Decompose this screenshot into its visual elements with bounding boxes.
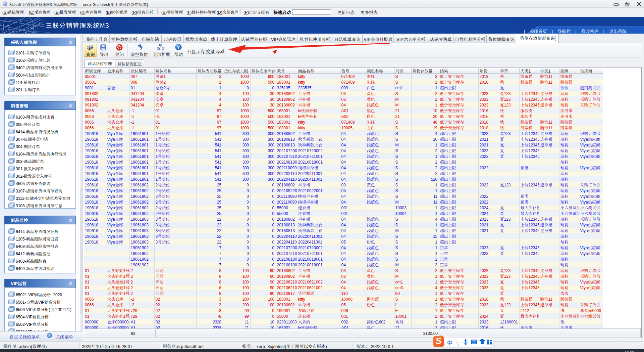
svg-text:?: ? xyxy=(177,45,180,50)
